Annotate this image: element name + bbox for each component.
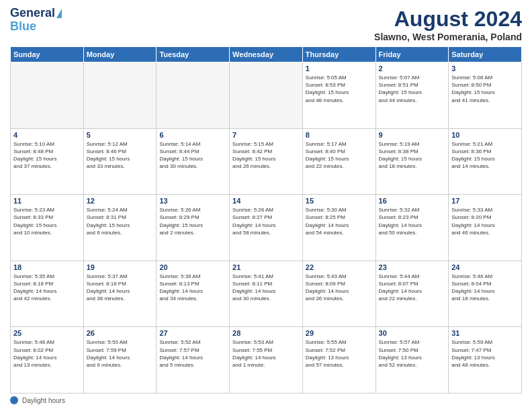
week-row-3: 11Sunrise: 5:23 AM Sunset: 8:33 PM Dayli…	[11, 195, 522, 261]
day-info: Sunrise: 5:32 AM Sunset: 8:23 PM Dayligh…	[379, 206, 446, 236]
day-info: Sunrise: 5:26 AM Sunset: 8:29 PM Dayligh…	[159, 206, 226, 236]
day-number: 29	[306, 329, 373, 337]
calendar-cell	[11, 62, 84, 129]
calendar-cell: 10Sunrise: 5:21 AM Sunset: 8:36 PM Dayli…	[449, 128, 522, 195]
day-number: 18	[13, 263, 81, 271]
day-number: 15	[306, 197, 373, 205]
footer: Daylight hours	[10, 396, 522, 404]
main-title: August 2024	[374, 7, 522, 32]
day-number: 23	[379, 263, 446, 271]
day-info: Sunrise: 5:43 AM Sunset: 8:09 PM Dayligh…	[306, 273, 373, 303]
calendar-cell: 11Sunrise: 5:23 AM Sunset: 8:33 PM Dayli…	[11, 195, 84, 261]
day-info: Sunrise: 5:52 AM Sunset: 7:57 PM Dayligh…	[159, 338, 226, 369]
calendar-cell: 18Sunrise: 5:35 AM Sunset: 8:18 PM Dayli…	[11, 261, 84, 327]
day-info: Sunrise: 5:48 AM Sunset: 8:02 PM Dayligh…	[13, 338, 81, 369]
footer-dot-icon	[10, 396, 18, 404]
day-number: 3	[451, 64, 519, 73]
day-number: 31	[451, 329, 519, 337]
week-row-2: 4Sunrise: 5:10 AM Sunset: 8:48 PM Daylig…	[11, 128, 522, 195]
week-row-5: 25Sunrise: 5:48 AM Sunset: 8:02 PM Dayli…	[11, 327, 522, 394]
day-info: Sunrise: 5:15 AM Sunset: 8:42 PM Dayligh…	[232, 140, 300, 171]
weekday-header-friday: Friday	[375, 47, 449, 62]
day-number: 9	[379, 131, 446, 139]
day-number: 28	[232, 329, 300, 337]
day-info: Sunrise: 5:33 AM Sunset: 8:20 PM Dayligh…	[451, 206, 519, 236]
logo: General Blue	[10, 7, 62, 34]
day-info: Sunrise: 5:12 AM Sunset: 8:46 PM Dayligh…	[87, 140, 154, 171]
calendar-cell: 12Sunrise: 5:24 AM Sunset: 8:31 PM Dayli…	[83, 195, 157, 261]
header: General Blue August 2024 Slawno, West Po…	[10, 7, 522, 42]
calendar-cell: 13Sunrise: 5:26 AM Sunset: 8:29 PM Dayli…	[157, 195, 230, 261]
day-info: Sunrise: 5:10 AM Sunset: 8:48 PM Dayligh…	[13, 140, 81, 171]
day-number: 11	[13, 197, 81, 205]
day-number: 10	[451, 131, 519, 139]
day-number: 7	[232, 131, 300, 139]
subtitle: Slawno, West Pomerania, Poland	[374, 32, 522, 42]
day-info: Sunrise: 5:35 AM Sunset: 8:18 PM Dayligh…	[13, 273, 81, 303]
calendar-cell: 7Sunrise: 5:15 AM Sunset: 8:42 PM Daylig…	[230, 128, 303, 195]
calendar-cell: 28Sunrise: 5:53 AM Sunset: 7:55 PM Dayli…	[230, 327, 303, 394]
calendar-table: SundayMondayTuesdayWednesdayThursdayFrid…	[10, 46, 522, 394]
calendar-cell: 30Sunrise: 5:57 AM Sunset: 7:50 PM Dayli…	[375, 327, 449, 394]
day-number: 6	[159, 131, 226, 139]
day-number: 13	[159, 197, 226, 205]
calendar-cell: 26Sunrise: 5:50 AM Sunset: 7:59 PM Dayli…	[83, 327, 157, 394]
day-info: Sunrise: 5:50 AM Sunset: 7:59 PM Dayligh…	[87, 338, 154, 369]
day-info: Sunrise: 5:28 AM Sunset: 8:27 PM Dayligh…	[232, 206, 300, 236]
calendar-cell: 24Sunrise: 5:46 AM Sunset: 8:04 PM Dayli…	[449, 261, 522, 327]
calendar-cell: 3Sunrise: 5:08 AM Sunset: 8:50 PM Daylig…	[449, 62, 522, 129]
calendar-cell: 27Sunrise: 5:52 AM Sunset: 7:57 PM Dayli…	[157, 327, 230, 394]
day-info: Sunrise: 5:39 AM Sunset: 8:13 PM Dayligh…	[159, 273, 226, 303]
calendar-cell: 29Sunrise: 5:55 AM Sunset: 7:52 PM Dayli…	[302, 327, 375, 394]
day-number: 5	[87, 131, 154, 139]
day-info: Sunrise: 5:55 AM Sunset: 7:52 PM Dayligh…	[306, 338, 373, 369]
footer-label: Daylight hours	[22, 397, 65, 404]
day-info: Sunrise: 5:53 AM Sunset: 7:55 PM Dayligh…	[232, 338, 300, 369]
weekday-header-sunday: Sunday	[11, 47, 84, 62]
weekday-header-row: SundayMondayTuesdayWednesdayThursdayFrid…	[11, 47, 522, 62]
day-number: 25	[13, 329, 81, 337]
calendar-cell: 31Sunrise: 5:59 AM Sunset: 7:47 PM Dayli…	[449, 327, 522, 394]
calendar-cell: 1Sunrise: 5:05 AM Sunset: 8:53 PM Daylig…	[302, 62, 375, 129]
day-number: 21	[232, 263, 300, 271]
logo-line2: Blue	[10, 20, 36, 34]
day-info: Sunrise: 5:23 AM Sunset: 8:33 PM Dayligh…	[13, 206, 81, 236]
day-number: 20	[159, 263, 226, 271]
calendar-cell: 2Sunrise: 5:07 AM Sunset: 8:51 PM Daylig…	[375, 62, 449, 129]
day-number: 26	[87, 329, 154, 337]
day-info: Sunrise: 5:08 AM Sunset: 8:50 PM Dayligh…	[451, 74, 519, 104]
day-info: Sunrise: 5:37 AM Sunset: 8:16 PM Dayligh…	[87, 273, 154, 303]
day-number: 16	[379, 197, 446, 205]
day-info: Sunrise: 5:24 AM Sunset: 8:31 PM Dayligh…	[87, 206, 154, 236]
calendar-cell: 8Sunrise: 5:17 AM Sunset: 8:40 PM Daylig…	[302, 128, 375, 195]
day-number: 30	[379, 329, 446, 337]
day-number: 22	[306, 263, 373, 271]
day-info: Sunrise: 5:21 AM Sunset: 8:36 PM Dayligh…	[451, 140, 519, 171]
day-number: 19	[87, 263, 154, 271]
calendar-cell	[230, 62, 303, 129]
calendar-cell: 23Sunrise: 5:44 AM Sunset: 8:07 PM Dayli…	[375, 261, 449, 327]
calendar-cell: 21Sunrise: 5:41 AM Sunset: 8:11 PM Dayli…	[230, 261, 303, 327]
day-number: 4	[13, 131, 81, 139]
week-row-4: 18Sunrise: 5:35 AM Sunset: 8:18 PM Dayli…	[11, 261, 522, 327]
day-info: Sunrise: 5:57 AM Sunset: 7:50 PM Dayligh…	[379, 338, 446, 369]
day-info: Sunrise: 5:05 AM Sunset: 8:53 PM Dayligh…	[306, 74, 373, 104]
weekday-header-monday: Monday	[83, 47, 157, 62]
calendar-cell: 19Sunrise: 5:37 AM Sunset: 8:16 PM Dayli…	[83, 261, 157, 327]
day-number: 14	[232, 197, 300, 205]
day-number: 8	[306, 131, 373, 139]
calendar-cell: 22Sunrise: 5:43 AM Sunset: 8:09 PM Dayli…	[302, 261, 375, 327]
day-info: Sunrise: 5:19 AM Sunset: 8:38 PM Dayligh…	[379, 140, 446, 171]
week-row-1: 1Sunrise: 5:05 AM Sunset: 8:53 PM Daylig…	[11, 62, 522, 129]
calendar-cell: 9Sunrise: 5:19 AM Sunset: 8:38 PM Daylig…	[375, 128, 449, 195]
day-info: Sunrise: 5:59 AM Sunset: 7:47 PM Dayligh…	[451, 338, 519, 369]
calendar-cell: 4Sunrise: 5:10 AM Sunset: 8:48 PM Daylig…	[11, 128, 84, 195]
calendar-cell: 5Sunrise: 5:12 AM Sunset: 8:46 PM Daylig…	[83, 128, 157, 195]
calendar-cell: 15Sunrise: 5:30 AM Sunset: 8:25 PM Dayli…	[302, 195, 375, 261]
day-number: 27	[159, 329, 226, 337]
logo-triangle-icon	[56, 9, 62, 18]
day-info: Sunrise: 5:46 AM Sunset: 8:04 PM Dayligh…	[451, 273, 519, 303]
calendar-cell: 14Sunrise: 5:28 AM Sunset: 8:27 PM Dayli…	[230, 195, 303, 261]
calendar-cell: 17Sunrise: 5:33 AM Sunset: 8:20 PM Dayli…	[449, 195, 522, 261]
logo-line1: General	[10, 7, 55, 20]
